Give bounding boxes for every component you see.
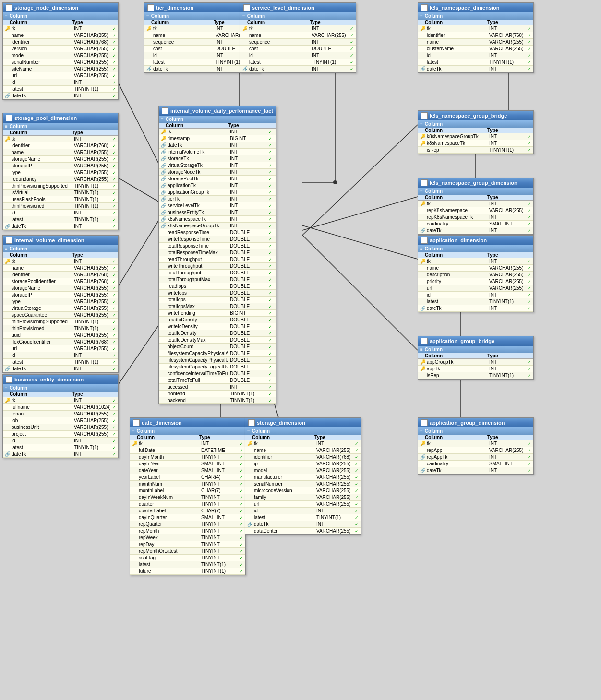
column-type: VARCHAR(255) [487, 39, 526, 45]
column-type: VARCHAR(255) [72, 292, 110, 298]
check-cell: ✓ [526, 447, 533, 453]
column-name: description [425, 272, 487, 278]
check-icon: ✓ [355, 502, 359, 507]
check-cell: ✓ [353, 514, 361, 521]
check-cell: ✓ [526, 59, 533, 65]
check-cell: ✓ [110, 203, 118, 209]
key-cell [418, 59, 425, 65]
check-icon: ✓ [240, 556, 243, 560]
column-name: isRep [425, 372, 487, 379]
table-header-application_dimension: application_dimension [418, 236, 533, 245]
key-cell: 🔗 [159, 196, 166, 202]
check-icon: ✓ [528, 306, 531, 311]
column-type: SMALLINT [199, 461, 238, 467]
column-name: uuid [10, 332, 72, 338]
table-row: ipVARCHAR(255)✓ [245, 461, 361, 467]
pk-icon: 🔑 [5, 26, 10, 31]
table-row: idINT✓ [3, 352, 118, 359]
check-cell: ✓ [266, 310, 274, 316]
check-icon: ✓ [355, 515, 359, 520]
table-storage_dimension: storage_dimension≡ColumnColumnType🔑tkINT… [245, 417, 361, 535]
table-storage_pool_dimension: storage_pool_dimension≡ColumnColumnType🔑… [2, 113, 119, 230]
table-row: serialNumberVARCHAR(255)✓ [3, 59, 118, 66]
key-cell: 🔗 [159, 155, 166, 162]
fk-icon: 🔗 [420, 66, 425, 71]
table-row: sequenceINT✓ [240, 39, 356, 46]
pk-col-header [418, 20, 425, 25]
check-icon: ✓ [112, 299, 116, 304]
table-row: identifierVARCHAR(768)✓ [245, 454, 361, 461]
column-name: clusterName [425, 46, 487, 52]
table-application_group_bridge: application_group_bridge≡ColumnColumnTyp… [418, 336, 534, 380]
pk-icon: 🔑 [420, 26, 425, 31]
table-header-internal_volume_dimension: internal_volume_dimension [3, 236, 118, 245]
check-cell: ✓ [526, 221, 533, 227]
column-type: BIGINT [228, 310, 266, 316]
key-cell [159, 243, 166, 249]
column-name: dateTk [425, 66, 487, 72]
check-icon: ✓ [355, 455, 359, 460]
check-cell: ✓ [110, 46, 118, 52]
check-cell: ✓ [238, 454, 245, 460]
table-header-storage_node_dimension: storage_node_dimension [3, 3, 118, 12]
table-row: projectVARCHAR(255)✓ [3, 431, 118, 438]
check-cell: ✓ [526, 278, 533, 285]
name-col-header: Column [151, 20, 214, 25]
column-name: filesystemCapacityLogicalUsed [166, 364, 228, 370]
pk-icon: 🔑 [420, 134, 425, 139]
column-type: INT [199, 440, 238, 447]
column-name: id [10, 79, 72, 85]
column-type: SMALLINT [199, 467, 238, 474]
check-cell: ✓ [110, 183, 118, 189]
check-icon: ✓ [268, 297, 272, 302]
check-cell: ✓ [266, 263, 274, 269]
type-col-header: Type [72, 392, 110, 397]
key-cell [240, 46, 247, 52]
check-cell: ✓ [526, 46, 533, 52]
table-icon [421, 179, 428, 186]
check-cell: ✓ [526, 366, 533, 372]
check-cell: ✓ [526, 25, 533, 32]
check-icon: ✓ [528, 259, 531, 264]
check-cell: ✓ [238, 568, 245, 574]
check-icon: ✓ [112, 217, 116, 222]
key-cell [130, 494, 137, 500]
check-icon: ✓ [528, 141, 531, 146]
check-cell: ✓ [266, 323, 274, 330]
key-cell [418, 461, 425, 467]
check-cell: ✓ [110, 325, 118, 332]
check-icon: ✓ [112, 273, 116, 277]
key-cell: 🔑 [418, 366, 425, 372]
check-icon: ✓ [268, 177, 272, 181]
check-icon: ✓ [112, 326, 116, 331]
column-name: latest [10, 359, 72, 365]
column-header-row: ColumnType [418, 252, 533, 258]
check-icon: ✓ [528, 215, 531, 220]
check-cell: ✓ [238, 474, 245, 480]
key-cell [144, 39, 151, 45]
column-name: storageIP [10, 163, 72, 169]
column-type: DOUBLE [228, 249, 266, 256]
table-row: 🔑tkINT✓ [418, 201, 533, 207]
column-name: dateYear [137, 467, 199, 474]
check-cell: ✓ [266, 317, 274, 323]
table-row: nameVARCHAR(255)✓ [418, 39, 533, 46]
pk-icon: 🔑 [161, 136, 166, 141]
column-type: VARCHAR(255) [72, 163, 110, 169]
column-name: k8sNamespaceGroupTk [425, 133, 487, 140]
columns-label: Column [10, 13, 27, 19]
key-cell [3, 156, 10, 162]
column-name: repMonthOrLatest [137, 548, 199, 554]
table-icon [421, 419, 428, 426]
key-cell [240, 52, 247, 59]
check-cell: ✓ [238, 548, 245, 554]
table-row: versionVARCHAR(255)✓ [3, 46, 118, 52]
check-icon: ✓ [112, 452, 116, 457]
table-row: totalIopsMaxDOUBLE✓ [159, 303, 276, 310]
column-name: repMonth [137, 528, 199, 534]
column-type: VARCHAR(255) [72, 285, 110, 291]
key-cell: 🔑 [418, 140, 425, 146]
check-icon: ✓ [268, 150, 272, 154]
check-cell: ✓ [266, 216, 274, 222]
table-row: repK8sNamespaceTkINT✓ [418, 214, 533, 221]
